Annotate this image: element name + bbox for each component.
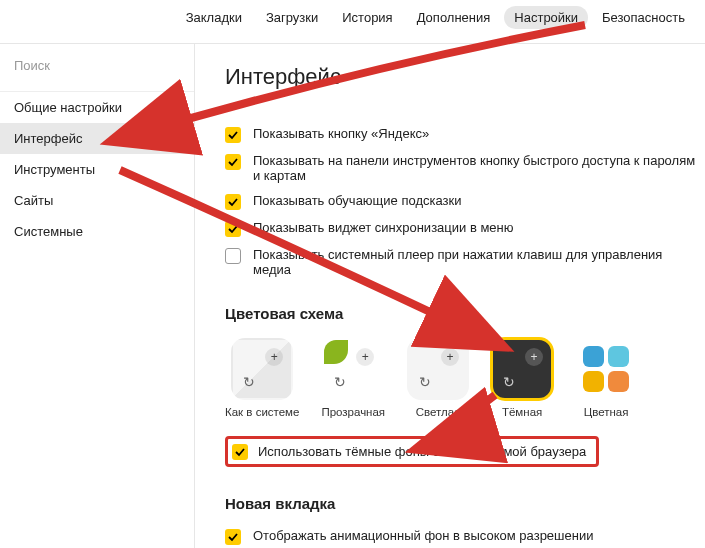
sidebar-item-tools[interactable]: Инструменты [0,154,194,185]
topnav-history[interactable]: История [332,6,402,29]
page-title: Интерфейс [225,64,697,90]
search-input[interactable]: Поиск [14,58,50,73]
general-options: Показывать кнопку «Яндекс» Показывать на… [225,126,697,277]
dark-backgrounds-highlight: Использовать тёмные фоны с тёмной темой … [225,436,599,467]
plus-icon: + [265,348,283,366]
topnav-downloads[interactable]: Загрузки [256,6,328,29]
option-animated-bg-hires[interactable]: Отображать анимационный фон в высоком ра… [225,528,697,545]
plus-icon: + [441,348,459,366]
option-label: Показывать виджет синхронизации в меню [253,220,514,235]
sidebar-item-general[interactable]: Общие настройки [0,92,194,123]
theme-label: Как в системе [225,406,299,418]
theme-label: Прозрачная [321,406,385,418]
reload-icon: ↻ [419,374,431,390]
option-label: Показывать обучающие подсказки [253,193,461,208]
option-show-toolbar-button[interactable]: Показывать на панели инструментов кнопку… [225,153,697,183]
topnav-bookmarks[interactable]: Закладки [176,6,252,29]
theme-light[interactable]: +↻ Светлая [407,338,469,418]
option-show-yandex-button[interactable]: Показывать кнопку «Яндекс» [225,126,697,143]
reload-icon: ↻ [503,374,515,390]
search-box[interactable]: Поиск [0,44,194,92]
theme-system[interactable]: +↻ Как в системе [225,338,299,418]
checkbox-icon[interactable] [225,194,241,210]
checkbox-icon[interactable] [225,248,241,264]
option-show-hints[interactable]: Показывать обучающие подсказки [225,193,697,210]
topnav-settings[interactable]: Настройки [504,6,588,29]
plus-icon: + [356,348,374,366]
checkbox-icon[interactable] [225,127,241,143]
theme-label: Цветная [584,406,629,418]
theme-transparent[interactable]: +↻ Прозрачная [321,338,385,418]
sidebar-item-sites[interactable]: Сайты [0,185,194,216]
plus-icon: + [525,348,543,366]
checkbox-icon[interactable] [225,529,241,545]
theme-dark[interactable]: +↻ Тёмная [491,338,553,418]
checkbox-icon[interactable] [232,444,248,460]
checkbox-icon[interactable] [225,221,241,237]
theme-label: Тёмная [502,406,542,418]
main-content: Интерфейс Показывать кнопку «Яндекс» Пок… [195,44,705,548]
option-show-sync-widget[interactable]: Показывать виджет синхронизации в меню [225,220,697,237]
dark-backgrounds-label: Использовать тёмные фоны с тёмной темой … [258,444,586,459]
option-label: Показывать системный плеер при нажатии к… [253,247,697,277]
top-nav: Закладки Загрузки История Дополнения Нас… [0,0,705,44]
option-label: Отображать анимационный фон в высоком ра… [253,528,593,543]
sidebar-item-interface[interactable]: Интерфейс [0,123,194,154]
color-scheme-heading: Цветовая схема [225,305,697,322]
topnav-security[interactable]: Безопасность [592,6,695,29]
checkbox-icon[interactable] [225,154,241,170]
reload-icon: ↻ [334,374,346,390]
theme-label: Светлая [416,406,461,418]
topnav-addons[interactable]: Дополнения [407,6,501,29]
sidebar: Поиск Общие настройки Интерфейс Инструме… [0,44,195,548]
option-label: Показывать кнопку «Яндекс» [253,126,429,141]
option-label: Показывать на панели инструментов кнопку… [253,153,697,183]
new-tab-heading: Новая вкладка [225,495,697,512]
option-show-media-player[interactable]: Показывать системный плеер при нажатии к… [225,247,697,277]
theme-color[interactable]: Цветная [575,338,637,418]
theme-list: +↻ Как в системе +↻ Прозрачная +↻ Светла… [225,338,697,418]
sidebar-item-system[interactable]: Системные [0,216,194,247]
reload-icon: ↻ [243,374,255,390]
